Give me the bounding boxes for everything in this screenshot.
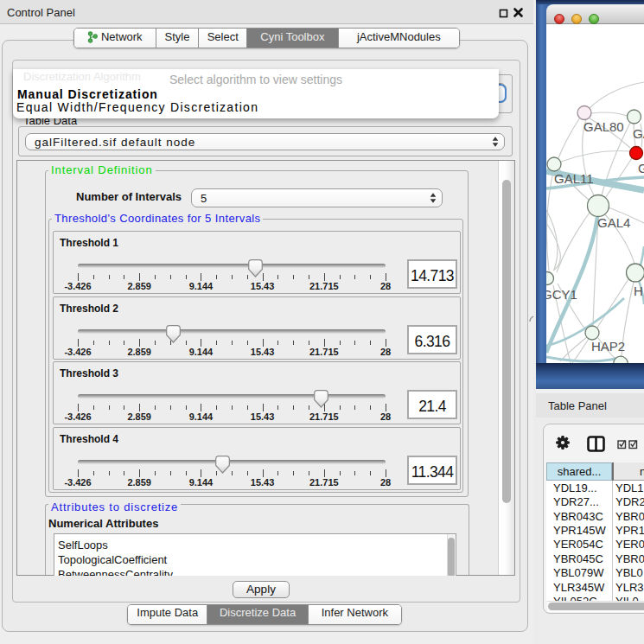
svg-text:HAP2: HAP2: [591, 339, 625, 354]
svg-text:GAL11: GAL11: [554, 171, 594, 186]
svg-text:G: G: [638, 161, 644, 175]
svg-text:GA: GA: [633, 126, 644, 141]
svg-text:GAL4: GAL4: [597, 215, 630, 230]
svg-text:GAL80: GAL80: [583, 119, 624, 134]
svg-text:H: H: [634, 284, 643, 298]
svg-text:GCY1: GCY1: [546, 287, 577, 302]
